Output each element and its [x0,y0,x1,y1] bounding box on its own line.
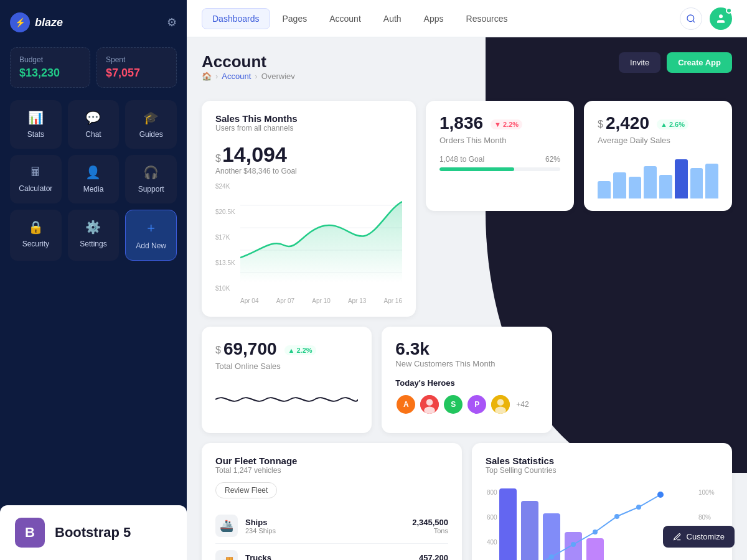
nav-account[interactable]: Account [319,8,371,29]
sales-stats-title: Sales Statistics [486,455,718,466]
svg-text:80%: 80% [698,514,711,521]
customize-icon [673,533,682,541]
online-sales-chart [215,381,358,418]
bar-3 [629,177,642,198]
trucks-icon: 🚚 [215,550,238,560]
nav-auth[interactable]: Auth [374,8,411,29]
sidebar-item-support[interactable]: 🎧 Support [125,155,177,203]
sales-stats-sub: Top Selling Countries [486,466,718,475]
sales-months-card: Sales This Months Users from all channel… [202,101,416,317]
sidebar-item-guides[interactable]: 🎓 Guides [125,100,177,149]
sidebar-item-security[interactable]: 🔒 Security [10,210,62,261]
sidebar: ⚡ blaze ⚙ Budget $13,230 Spent $7,057 📊 … [0,0,187,560]
spent-card: Spent $7,057 [96,47,177,88]
spent-label: Spent [106,55,167,64]
ships-value: 2,345,500 Tons [412,518,448,534]
svg-point-8 [425,407,436,414]
orders-progress: 1,048 to Goal 62% [439,155,560,171]
bootstrap-icon: B [15,518,45,548]
y-label-2: $20.5K [215,208,235,215]
breadcrumb-account[interactable]: Account [222,72,251,81]
calculator-icon: 🖩 [29,165,42,179]
sidebar-item-calculator[interactable]: 🖩 Calculator [10,155,62,203]
svg-point-33 [614,514,619,519]
budget-value: $13,230 [19,67,81,80]
fleet-row-trucks: 🚚 Trucks 1,460 Trucks 457,200 Tons [215,544,448,560]
sidebar-settings-icon[interactable]: ⚙ [167,16,177,29]
budget-row: Budget $13,230 Spent $7,057 [10,47,177,88]
breadcrumb-home-icon[interactable]: 🏠 [202,72,212,81]
online-sales-card: $ 69,700 ▲ 2.2% Total Online Sales [202,327,372,433]
bar-1 [598,181,611,198]
fleet-sub: Total 1,247 vehicles [215,466,448,475]
bottom-grid: Our Fleet Tonnage Total 1,247 vehicles R… [202,443,732,560]
daily-sales-label: Average Daily Sales [598,136,718,145]
hero-avatars: A S P +42 [395,394,538,415]
svg-text:600: 600 [487,514,497,521]
spent-value: $7,057 [106,67,167,80]
stats-label: Stats [27,130,44,139]
page-actions: Invite Create App [619,52,732,73]
hero-avatar-5 [490,394,511,415]
y-label-4: $13.5K [215,259,235,266]
x-label-5: Apr 16 [384,297,402,304]
nav-resources[interactable]: Resources [456,8,518,29]
bar-5 [659,175,672,199]
nav-dashboards[interactable]: Dashboards [202,8,270,29]
stats-icon: 📊 [28,110,44,125]
security-icon: 🔒 [28,220,44,235]
page-title-area: Account 🏠 › Account › Overwiev [202,52,295,93]
sidebar-item-chat[interactable]: 💬 Chat [68,100,120,149]
search-button[interactable] [680,7,702,30]
svg-text:400: 400 [487,539,497,546]
sidebar-item-add-new[interactable]: + Add New [125,210,177,261]
sales-goal: Another $48,346 to Goal [215,167,402,175]
logo-icon: ⚡ [10,12,30,32]
nav-apps[interactable]: Apps [414,8,454,29]
sidebar-item-media[interactable]: 👤 Media [68,155,120,203]
nav-pages[interactable]: Pages [273,8,317,29]
user-avatar[interactable] [710,7,732,30]
sidebar-item-settings[interactable]: ⚙️ Settings [68,210,120,261]
page-header: Account 🏠 › Account › Overwiev Invite Cr… [202,52,732,93]
sales-line-chart [240,183,402,295]
progress-bar-bg [439,167,560,171]
create-app-button[interactable]: Create App [667,52,732,73]
breadcrumb: 🏠 › Account › Overwiev [202,72,295,81]
sales-months-sub: Users from all channels [215,124,402,133]
hero-avatar-4: P [466,394,487,415]
sales-stats-chart: 800 600 400 200 100% 80% 60% 40% [486,482,718,560]
top-nav-links: Dashboards Pages Account Auth Apps Resou… [202,8,517,29]
ships-num: 2,345,500 [412,518,448,527]
support-label: Support [138,185,164,194]
orders-number: 1,836 [439,113,483,133]
customize-button[interactable]: Customize [663,526,735,548]
daily-sales-card: $ 2,420 ▲ 2.6% Average Daily Sales [584,101,732,211]
media-label: Media [83,185,104,194]
orders-label: Orders This Month [439,136,560,145]
avatar-online-dot [726,7,732,14]
review-fleet-button[interactable]: Review Fleet [215,482,277,498]
invite-button[interactable]: Invite [619,52,660,73]
settings-label: Settings [80,240,106,248]
bootstrap-text: Bootstrap 5 [55,525,131,541]
svg-point-32 [593,530,598,534]
y-label-3: $17K [215,234,235,241]
guides-label: Guides [139,130,163,139]
svg-rect-21 [521,501,538,560]
hero-avatar-3: S [443,394,464,415]
x-label-1: Apr 04 [240,297,258,304]
trucks-num: 457,200 [419,553,448,561]
heroes-label: Today's Heroes [395,378,538,388]
page-title: Account [202,52,295,72]
bar-8 [705,164,718,198]
sidebar-item-stats[interactable]: 📊 Stats [10,100,62,149]
bar-6 [675,159,688,198]
fleet-card: Our Fleet Tonnage Total 1,247 vehicles R… [202,443,462,560]
bar-7 [690,168,703,198]
svg-point-10 [497,399,504,406]
trucks-value: 457,200 Tons [419,553,448,561]
budget-label: Budget [19,55,81,64]
logo-text: blaze [35,16,63,29]
svg-point-34 [636,505,641,510]
